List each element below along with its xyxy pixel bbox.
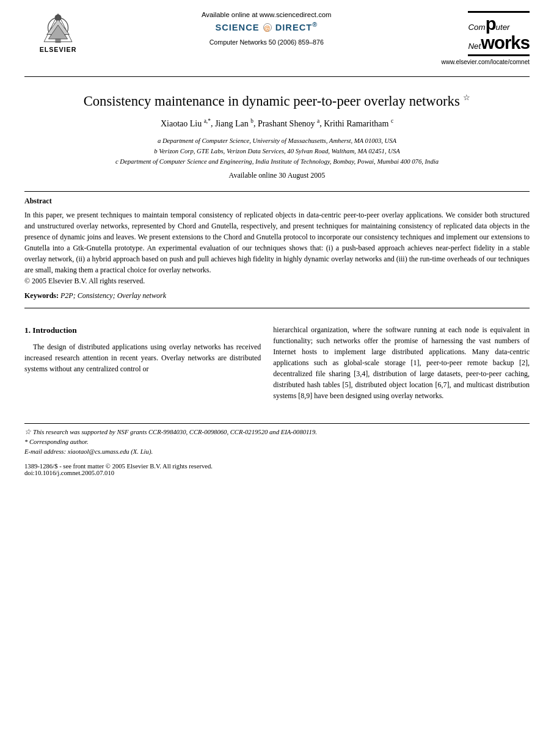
footnote-research-text: This research was supported by NSF grant…: [33, 429, 317, 435]
authors: Xiaotao Liu a,*, Jiang Lan b, Prashant S…: [61, 117, 493, 131]
header: ELSEVIER Available online at www.science…: [0, 0, 554, 74]
column-right: hierarchical organization, where the sof…: [273, 324, 530, 405]
elsevier-url: www.elsevier.com/locate/comnet: [441, 59, 530, 65]
abstract-body: In this paper, we present techniques to …: [24, 211, 530, 274]
cn-logo-row1: Com p uter: [468, 15, 530, 34]
affiliation-c: c Department of Computer Science and Eng…: [61, 156, 493, 167]
cn-logo-row2: Networks: [468, 34, 530, 53]
keywords-label: Keywords:: [24, 291, 59, 300]
title-section: Consistency maintenance in dynamic peer-…: [0, 79, 554, 186]
abstract-border-bottom: [24, 308, 530, 308]
author-sup-a2: a: [317, 118, 319, 124]
affiliation-a: a Department of Computer Science, Univer…: [61, 136, 493, 146]
journal-info-text: Computer Networks 50 (2006) 859–876: [210, 38, 324, 46]
header-divider: [24, 76, 530, 77]
header-center: Available online at www.sciencedirect.co…: [92, 11, 441, 46]
footnote-email-label: E-mail address:: [24, 448, 66, 455]
available-date: Available online 30 August 2005: [61, 171, 493, 180]
footnote-email-value: xiaotaol@cs.umass.edu (X. Liu).: [68, 448, 153, 455]
cn-prefix-uter: uter: [496, 23, 510, 32]
paper-title-text: Consistency maintenance in dynamic peer-…: [84, 93, 460, 109]
footnote-corresponding-text: * Corresponding author.: [24, 438, 89, 445]
elsevier-logo: ELSEVIER: [24, 11, 92, 53]
footnote-star: ☆: [24, 427, 33, 436]
copyright: © 2005 Elsevier B.V. All rights reserved…: [24, 277, 145, 285]
bottom-line1: 1389-1286/$ - see front matter © 2005 El…: [24, 463, 530, 470]
cn-works: works: [481, 32, 530, 53]
cn-prefix-com: Com: [468, 23, 485, 32]
cn-net-prefix: Net: [468, 42, 481, 51]
footnote-divider: ☆ This research was supported by NSF gra…: [24, 423, 530, 457]
intro-para2: hierarchical organization, where the sof…: [273, 324, 530, 401]
page: ELSEVIER Available online at www.science…: [0, 0, 554, 756]
footnote-email: E-mail address: xiaotaol@cs.umass.edu (X…: [24, 447, 530, 457]
available-online-text: Available online at www.sciencedirect.co…: [202, 11, 332, 18]
elsevier-tree-icon: [37, 11, 79, 45]
author-sup-b: b: [250, 118, 253, 124]
footnote-research: ☆ This research was supported by NSF gra…: [24, 426, 530, 437]
bottom-info: 1389-1286/$ - see front matter © 2005 El…: [0, 457, 554, 479]
keywords-values: P2P; Consistency; Overlay network: [60, 291, 166, 300]
header-top: ELSEVIER Available online at www.science…: [24, 11, 530, 65]
abstract-title: Abstract: [24, 197, 530, 206]
intro-para1-text: The design of distributed applications u…: [24, 343, 261, 373]
paper-title: Consistency maintenance in dynamic peer-…: [61, 92, 493, 111]
sciencedirect-logo: SCIENCE @ DIRECT®: [215, 21, 318, 32]
cn-box: Com p uter Networks: [468, 11, 530, 56]
intro-heading: 1. Introduction: [24, 324, 261, 336]
cn-net: p: [486, 15, 496, 34]
computer-networks-logo: Com p uter Networks www.elsevier.com/loc…: [441, 11, 530, 65]
main-content: 1. Introduction The design of distribute…: [0, 314, 554, 405]
scidir-at-icon: @: [263, 23, 272, 32]
author-sup-c: c: [391, 118, 393, 124]
bottom-line2: doi:10.1016/j.comnet.2005.07.010: [24, 470, 530, 476]
affiliation-b: b Verizon Corp, GTE Labs, Verizon Data S…: [61, 146, 493, 156]
abstract-section: Abstract In this paper, we present techn…: [24, 192, 530, 305]
keywords-line: Keywords: P2P; Consistency; Overlay netw…: [24, 291, 530, 300]
abstract-text: In this paper, we present techniques to …: [24, 209, 530, 286]
elsevier-label: ELSEVIER: [40, 46, 77, 53]
affiliations: a Department of Computer Science, Univer…: [61, 136, 493, 167]
star-symbol: ☆: [463, 93, 470, 102]
intro-para1: The design of distributed applications u…: [24, 341, 261, 374]
author-sup-a: a,*: [204, 118, 211, 124]
footnote-corresponding: * Corresponding author.: [24, 437, 530, 447]
column-left: 1. Introduction The design of distribute…: [24, 324, 261, 405]
footnote-section: ☆ This research was supported by NSF gra…: [24, 426, 530, 457]
